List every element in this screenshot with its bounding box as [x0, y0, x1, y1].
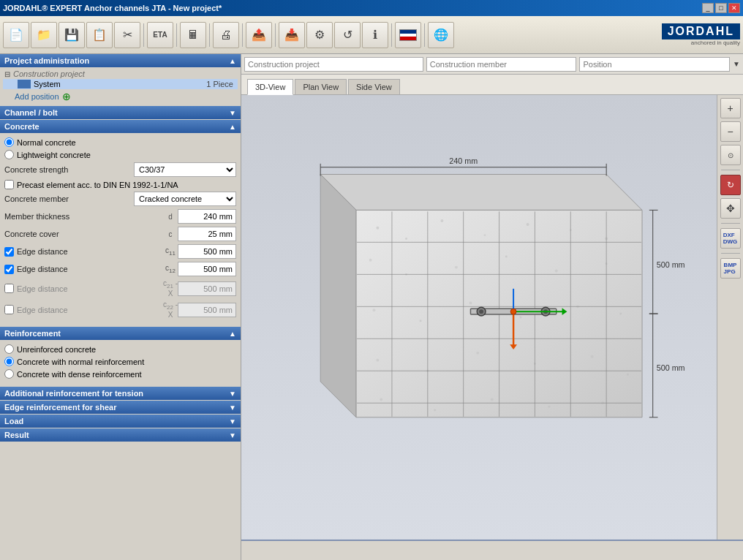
svg-point-7	[527, 223, 529, 226]
tree-expand-icon[interactable]: ⊟	[4, 70, 13, 78]
delete-button[interactable]: ✂	[114, 22, 140, 48]
svg-point-28	[380, 398, 382, 401]
window-title: JORDAHL® EXPERT Anchor channels JTA - Ne…	[3, 4, 222, 12]
window-controls[interactable]: _ □ ✕	[702, 3, 740, 13]
unreinforced-radio[interactable]	[4, 344, 14, 354]
construction-project-item: ⊟ Construction project	[3, 69, 238, 79]
dropdown-arrow-icon[interactable]: ▼	[733, 60, 740, 68]
svg-point-27	[627, 374, 629, 376]
rotate-icon: ↻	[727, 180, 734, 190]
edge-dist-1-checkbox[interactable]	[4, 247, 14, 257]
tree-position-item[interactable]: System 1 Piece	[3, 79, 238, 89]
cover-row: Concrete cover c	[4, 227, 236, 241]
concrete-header[interactable]: Concrete ▲	[0, 120, 241, 133]
edge-dist-4-checkbox[interactable]	[4, 305, 14, 314]
cover-input[interactable]	[178, 227, 236, 241]
calc-button[interactable]: 🖩	[180, 22, 206, 48]
import-button[interactable]: 📥	[279, 22, 305, 48]
add-tension-section: Additional reinforcement for tension ▼	[0, 387, 241, 400]
svg-text:500 mm: 500 mm	[657, 363, 685, 372]
edge-shear-arrow: ▼	[229, 404, 236, 412]
channel-bolt-header[interactable]: Channel / bolt ▼	[0, 106, 241, 119]
close-button[interactable]: ✕	[728, 3, 740, 13]
project-admin-header[interactable]: Project administration ▲	[0, 54, 241, 67]
unreinforced-row: Unreinforced concrete	[4, 344, 236, 354]
lightweight-concrete-radio[interactable]	[4, 150, 14, 159]
bmp-button[interactable]: BMPJPG	[720, 258, 741, 279]
dxf-button[interactable]: DXFDWG	[720, 228, 741, 249]
member-select[interactable]: Cracked concrete Uncracked concrete	[134, 192, 236, 206]
edge-dist-2-checkbox[interactable]	[4, 265, 14, 274]
eta-button[interactable]: ETA	[147, 22, 173, 48]
normal-concrete-radio[interactable]	[4, 137, 14, 147]
result-section: Result ▼	[0, 428, 241, 442]
svg-text:240 mm: 240 mm	[449, 156, 478, 165]
edge-dist-3-checkbox[interactable]	[4, 284, 14, 293]
construction-member-input[interactable]	[426, 57, 577, 72]
dense-reinf-radio[interactable]	[4, 369, 14, 379]
normal-reinf-label: Concrete with normal reinforcement	[17, 357, 144, 366]
lightweight-concrete-row: Lightweight concrete	[4, 150, 236, 159]
refresh-button[interactable]: ↺	[334, 22, 361, 48]
toolbar-separator2	[721, 223, 740, 224]
edge-dist-4-sub: c22 - X	[163, 300, 178, 319]
edge-dist-1-input[interactable]	[178, 244, 236, 259]
load-header[interactable]: Load ▼	[0, 415, 241, 428]
title-bar: JORDAHL® EXPERT Anchor channels JTA - Ne…	[0, 0, 743, 16]
thickness-input[interactable]	[178, 209, 236, 224]
edge-dist-3-row: Edge distance c21 - X	[4, 279, 236, 298]
svg-marker-1	[320, 175, 356, 417]
position-input[interactable]	[579, 57, 730, 72]
construction-project-input[interactable]	[244, 57, 423, 72]
svg-point-12	[455, 266, 458, 269]
load-arrow: ▼	[229, 417, 236, 425]
web-button[interactable]: 🌐	[428, 22, 454, 48]
copy-button[interactable]: 📋	[86, 22, 113, 48]
reinforcement-header[interactable]: Reinforcement ▲	[0, 327, 241, 340]
zoom-out-button[interactable]: −	[720, 121, 741, 142]
info-button[interactable]: ℹ	[362, 22, 388, 48]
maximize-button[interactable]: □	[715, 3, 727, 13]
reinforcement-arrow: ▲	[229, 330, 236, 338]
project-admin-section: Project administration ▲ ⊟ Construction …	[0, 54, 241, 105]
member-label: Concrete member	[4, 194, 134, 203]
save-button[interactable]: 💾	[59, 22, 85, 48]
precast-label: Precast element acc. to DIN EN 1992-1-1/…	[17, 181, 236, 189]
logo: JORDAHL	[662, 23, 740, 39]
new-button[interactable]: 📄	[3, 22, 29, 48]
normal-reinf-radio[interactable]	[4, 357, 14, 366]
zoom-in-button[interactable]: +	[720, 98, 741, 118]
minimize-button[interactable]: _	[702, 3, 714, 13]
open-button[interactable]: 📁	[31, 22, 57, 48]
add-position-label: Add position	[15, 92, 59, 101]
main-layout: Project administration ▲ ⊟ Construction …	[0, 54, 743, 560]
logo-tagline: anchored in quality	[662, 39, 740, 46]
channel-bolt-section: Channel / bolt ▼	[0, 106, 241, 119]
tab-3d[interactable]: 3D-View	[247, 79, 293, 95]
strength-select[interactable]: C30/37 C20/25 C25/30	[134, 162, 236, 177]
pan-button[interactable]: ✥	[720, 198, 741, 219]
channel-bolt-title: Channel / bolt	[4, 108, 58, 117]
zoom-fit-button[interactable]: ⊙	[720, 145, 741, 165]
concrete-section: Concrete ▲ Normal concrete Lightweight c…	[0, 120, 241, 326]
add-position-button[interactable]: Add position ⊕	[3, 89, 238, 104]
cover-label: Concrete cover	[4, 230, 163, 238]
add-tension-title: Additional reinforcement for tension	[4, 389, 143, 398]
svg-point-26	[591, 355, 594, 358]
print-button[interactable]: 🖨	[213, 22, 239, 48]
precast-checkbox[interactable]	[4, 180, 14, 189]
add-tension-header[interactable]: Additional reinforcement for tension ▼	[0, 387, 241, 400]
svg-point-5	[440, 219, 443, 222]
rotate-button[interactable]: ↻	[720, 175, 741, 195]
edge-shear-header[interactable]: Edge reinforcement for shear ▼	[0, 401, 241, 414]
export-button[interactable]: 📤	[246, 22, 272, 48]
language-button[interactable]	[395, 22, 421, 48]
result-header[interactable]: Result ▼	[0, 428, 241, 442]
edge-dist-2-input[interactable]	[178, 262, 236, 276]
settings-button[interactable]: ⚙	[306, 22, 333, 48]
precast-row: Precast element acc. to DIN EN 1992-1-1/…	[4, 180, 236, 189]
tab-plan[interactable]: Plan View	[295, 79, 347, 94]
tab-side[interactable]: Side View	[348, 79, 400, 94]
svg-point-4	[405, 238, 407, 240]
add-tension-arrow: ▼	[229, 390, 236, 398]
